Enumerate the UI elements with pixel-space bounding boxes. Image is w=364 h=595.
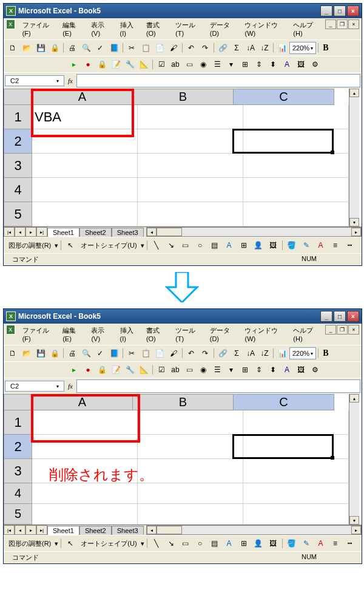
research-icon[interactable]: 📘: [107, 41, 121, 55]
menu-tools[interactable]: ツール(T): [172, 325, 205, 344]
picture-icon[interactable]: 🖼: [266, 239, 280, 252]
vbe-icon[interactable]: 📝: [109, 58, 123, 71]
clipart-icon[interactable]: 👤: [252, 537, 265, 550]
cell-b5[interactable]: [138, 202, 243, 226]
cell-b2[interactable]: [138, 129, 243, 154]
sheet-tab-1[interactable]: Sheet1: [47, 228, 79, 237]
horizontal-scrollbar[interactable]: ◂ ▸: [146, 227, 362, 237]
clipart-icon[interactable]: 👤: [252, 239, 265, 252]
sheet-nav-prev[interactable]: ◂: [15, 525, 25, 535]
doc-close-button[interactable]: ×: [348, 19, 359, 29]
fx-label[interactable]: fx: [64, 77, 76, 84]
design-icon[interactable]: 📐: [137, 363, 150, 376]
permission-icon[interactable]: 🔒: [48, 41, 61, 55]
cell-b5[interactable]: [138, 504, 243, 525]
cell-b3[interactable]: [138, 154, 243, 178]
new-icon[interactable]: 🗋: [6, 347, 19, 360]
sheet-nav-last[interactable]: ▸|: [36, 525, 47, 535]
scroll-up-button[interactable]: ▴: [349, 394, 359, 403]
design-icon[interactable]: 📐: [137, 58, 150, 71]
scroll-down-button[interactable]: ▾: [349, 516, 359, 525]
cell-c1[interactable]: [243, 410, 349, 435]
rect-icon[interactable]: ▭: [179, 537, 192, 550]
menu-window[interactable]: ウィンドウ(W): [241, 19, 288, 38]
formula-bar[interactable]: [76, 379, 360, 393]
scroll-thumb[interactable]: [157, 526, 182, 534]
cell-a1[interactable]: VBA: [32, 105, 138, 129]
menu-format[interactable]: 書式(O): [143, 325, 170, 344]
sheet-nav-last[interactable]: ▸|: [36, 227, 47, 237]
dash-style-icon[interactable]: ┅: [343, 239, 357, 252]
combo-icon[interactable]: ▾: [224, 58, 238, 71]
doc-minimize-button[interactable]: _: [325, 325, 336, 335]
menu-format[interactable]: 書式(O): [143, 19, 170, 38]
scroll-icon[interactable]: ⬍: [266, 363, 280, 376]
menu-file[interactable]: ファイル(F): [19, 325, 58, 344]
autoshape-menu[interactable]: オートシェイプ(U): [78, 240, 139, 251]
horizontal-scrollbar[interactable]: ◂ ▸: [146, 525, 362, 535]
hyperlink-icon[interactable]: 🔗: [216, 347, 229, 360]
menu-tools[interactable]: ツール(T): [172, 19, 205, 38]
menu-view[interactable]: 表示(V): [87, 19, 115, 38]
autoshape-menu[interactable]: オートシェイプ(U): [78, 538, 139, 549]
draw-adjust-menu[interactable]: 図形の調整(R): [6, 538, 53, 549]
scroll-thumb[interactable]: [157, 228, 182, 236]
titlebar[interactable]: X Microsoft Excel - Book5 _ □ ×: [4, 4, 362, 18]
bold-button[interactable]: B: [320, 348, 331, 358]
autosum-icon[interactable]: Σ: [230, 41, 243, 55]
fill-color-icon[interactable]: 🪣: [285, 239, 298, 252]
cell-b1[interactable]: [138, 105, 243, 129]
row-header-5[interactable]: 5: [4, 202, 32, 226]
hyperlink-icon[interactable]: 🔗: [216, 41, 229, 55]
line-style-icon[interactable]: ≡: [329, 239, 342, 252]
col-header-b[interactable]: B: [133, 394, 234, 410]
toolbox-icon[interactable]: 🔧: [123, 58, 136, 71]
copy-icon[interactable]: 📋: [139, 347, 152, 360]
menu-data[interactable]: データ(D): [206, 325, 240, 344]
zoom-dropdown[interactable]: 220%: [289, 42, 316, 54]
sheet-tab-2[interactable]: Sheet2: [79, 526, 112, 535]
control-icon[interactable]: ☑: [155, 58, 168, 71]
label-icon[interactable]: A: [280, 58, 294, 71]
diagram-icon[interactable]: ⊞: [237, 239, 251, 252]
col-header-c[interactable]: C: [234, 89, 334, 105]
combo-icon[interactable]: ▾: [224, 363, 238, 376]
col-header-c[interactable]: C: [234, 394, 334, 410]
undo-icon[interactable]: ↶: [184, 347, 198, 360]
scroll-up-button[interactable]: ▴: [349, 89, 359, 97]
select-icon[interactable]: ↖: [64, 537, 77, 550]
sort-asc-icon[interactable]: ↓A: [244, 41, 257, 55]
copy-icon[interactable]: 📋: [139, 41, 152, 55]
textbox-icon[interactable]: ab: [169, 58, 182, 71]
sort-desc-icon[interactable]: ↓Z: [258, 347, 271, 360]
close-button[interactable]: ×: [347, 311, 359, 322]
cell-b3[interactable]: [138, 459, 243, 483]
row-header-5[interactable]: 5: [4, 504, 32, 525]
row-header-2[interactable]: 2: [4, 435, 32, 459]
record-icon[interactable]: ●: [81, 363, 95, 376]
spin-icon[interactable]: ⇕: [252, 58, 266, 71]
select-all-corner[interactable]: [4, 89, 32, 105]
textbox-draw-icon[interactable]: ▤: [208, 239, 221, 252]
font-color-icon[interactable]: A: [314, 239, 328, 252]
sheet-nav-next[interactable]: ▸: [25, 227, 36, 237]
cell-c2[interactable]: [243, 435, 349, 459]
sort-desc-icon[interactable]: ↓Z: [258, 41, 271, 55]
preview-icon[interactable]: 🔍: [79, 347, 93, 360]
more-icon[interactable]: ⚙: [308, 363, 322, 376]
sheet-nav-first[interactable]: |◂: [4, 525, 15, 535]
cell-b4[interactable]: [138, 178, 243, 202]
format-painter-icon[interactable]: 🖌: [167, 41, 180, 55]
cell-c5[interactable]: [243, 202, 349, 226]
button-icon[interactable]: ▭: [183, 58, 196, 71]
oval-icon[interactable]: ○: [194, 239, 207, 252]
textbox-icon[interactable]: ab: [169, 363, 182, 376]
sheet-tab-1[interactable]: Sheet1: [47, 526, 79, 535]
cell-c4[interactable]: [243, 483, 349, 504]
menu-file[interactable]: ファイル(F): [19, 19, 58, 38]
close-button[interactable]: ×: [347, 5, 359, 16]
new-icon[interactable]: 🗋: [6, 41, 19, 55]
list-icon[interactable]: ☰: [211, 58, 224, 71]
scroll-right-button[interactable]: ▸: [351, 526, 361, 534]
menu-help[interactable]: ヘルプ(H): [289, 325, 323, 344]
